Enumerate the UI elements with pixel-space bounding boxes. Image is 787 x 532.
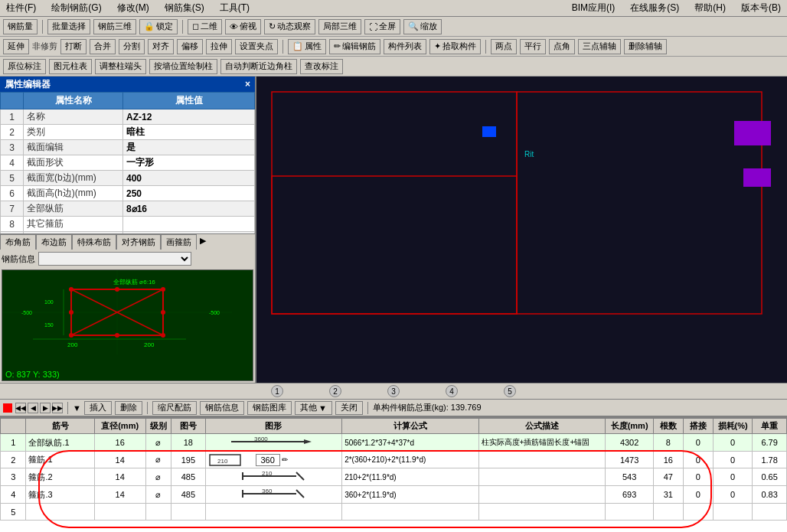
btn-delete[interactable]: 删除 (115, 401, 142, 415)
cell-shape[interactable]: 210✏ (205, 452, 341, 468)
btn-lock[interactable]: 🔒 锁定 (139, 19, 178, 34)
btn-scale-rebar[interactable]: 缩尺配筋 (152, 401, 197, 415)
btn-rebar-3d[interactable]: 钢筋三维 (93, 19, 136, 34)
btn-property[interactable]: 📋 属性 (288, 39, 326, 54)
btn-rebar-quantity[interactable]: 钢筋量 (3, 19, 38, 34)
row2-shape-input[interactable] (256, 454, 280, 466)
btn-parallel[interactable]: 平行 (520, 39, 546, 54)
tab-draw-stirrup[interactable]: 画箍筋 (161, 234, 197, 250)
nav-circle-3[interactable]: 3 (387, 385, 400, 397)
tab-edge-rebar[interactable]: 布边筋 (36, 234, 72, 250)
btn-rebar-lib[interactable]: 钢筋图库 (247, 401, 292, 415)
cad-drawing-area[interactable]: Rit (256, 77, 787, 383)
nav-first[interactable]: ◀◀ (15, 403, 26, 413)
data-table: 筋号 直径(mm) 级别 图号 图形 计算公式 公式描述 长度(mm) 根数 搭… (0, 418, 787, 521)
prop-row-value[interactable]: 250 (123, 186, 255, 201)
property-scroll[interactable]: 属性名称 属性值 1 名称 AZ-12 2 类别 暗柱 3 截面编辑 是 4 截… (0, 92, 255, 233)
prop-row-value[interactable]: 是 (123, 140, 255, 155)
btn-two-point[interactable]: 两点 (491, 39, 517, 54)
row2-edit-icon[interactable]: ✏ (282, 455, 288, 464)
tab-special-rebar[interactable]: 特殊布筋 (72, 234, 116, 250)
prop-row-num: 6 (1, 186, 24, 201)
sep-s3 (367, 402, 368, 414)
btn-delete-aux[interactable]: 删除辅轴 (624, 39, 667, 54)
btn-others[interactable]: 其他 ▼ (295, 401, 332, 415)
btn-draw-column[interactable]: 按墙位置绘制柱 (149, 59, 217, 74)
menu-item-columns[interactable]: 柱件(F) (3, 0, 39, 16)
btn-stretch[interactable]: 拉伸 (206, 39, 232, 54)
svg-point-11 (69, 287, 73, 292)
btn-offset[interactable]: 偏移 (177, 39, 203, 54)
btn-auto-corner[interactable]: 自动判断近边角柱 (220, 59, 297, 74)
menu-item-modify[interactable]: 修改(M) (114, 0, 152, 16)
btn-zoom[interactable]: 🔍 缩放 (403, 19, 442, 34)
cell-description (478, 504, 606, 521)
btn-merge[interactable]: 合并 (90, 39, 116, 54)
menu-item-tools[interactable]: 工具(T) (217, 0, 253, 16)
btn-pick-member[interactable]: ✦ 拾取构件 (429, 39, 481, 54)
btn-three-point[interactable]: 三点辅轴 (578, 39, 621, 54)
rebar-info-select[interactable] (38, 252, 191, 266)
prop-row-value[interactable]: 一字形 (123, 155, 255, 171)
th-unit-wt: 单重 (753, 419, 787, 434)
btn-2d[interactable]: ◻ 二维 (188, 19, 222, 34)
prop-row-value[interactable] (123, 217, 255, 232)
menu-item-online[interactable]: 在线服务(S) (627, 0, 682, 16)
main-layout: 属性编辑器 × 属性名称 属性值 1 名称 AZ-12 2 类别 暗柱 (0, 77, 787, 383)
nav-circle-2[interactable]: 2 (329, 385, 341, 397)
th-rebar-id: 筋号 (26, 419, 94, 434)
btn-insert[interactable]: 插入 (84, 401, 112, 415)
btn-adjust-end[interactable]: 调整柱端头 (95, 59, 146, 74)
btn-close[interactable]: 关闭 (335, 401, 363, 415)
btn-view[interactable]: 👁 俯视 (225, 19, 261, 34)
property-row: 8 其它箍筋 (1, 217, 255, 232)
btn-column-table[interactable]: 图元柱表 (49, 59, 92, 74)
btn-split[interactable]: 分割 (119, 39, 145, 54)
btn-member-list[interactable]: 构件列表 (384, 39, 426, 54)
nav-circle-4[interactable]: 4 (446, 385, 458, 397)
sep3 (282, 40, 283, 54)
cell-fig-num: 18 (171, 434, 206, 452)
cell-unit-wt: 0.65 (753, 468, 787, 486)
btn-point-angle[interactable]: 点角 (549, 39, 575, 54)
nav-prev[interactable]: ◀ (28, 403, 38, 413)
prop-row-value[interactable]: 400 (123, 171, 255, 186)
cell-description (478, 452, 606, 468)
prop-row-value[interactable]: AZ-12 (123, 109, 255, 125)
nav-circle-5[interactable]: 5 (504, 385, 516, 397)
canvas-coords: O: 837 Y: 333) (5, 370, 60, 379)
menu-item-help[interactable]: 帮助(H) (691, 0, 729, 16)
btn-modify-mark[interactable]: 查改标注 (300, 59, 343, 74)
cell-length: 543 (606, 468, 653, 486)
tab-more-btn[interactable]: ▶ (197, 234, 209, 250)
btn-align[interactable]: 对齐 (148, 39, 174, 54)
btn-set-grip[interactable]: 设置夹点 (235, 39, 278, 54)
left-panel: 属性编辑器 × 属性名称 属性值 1 名称 AZ-12 2 类别 暗柱 (0, 77, 256, 383)
btn-rebar-info[interactable]: 钢筋信息 (200, 401, 244, 415)
btn-local-3d[interactable]: 局部三维 (318, 19, 361, 34)
panel-title-bar: 属性编辑器 × (0, 77, 255, 92)
menu-item-rebar-set[interactable]: 钢筋集(S) (162, 0, 207, 16)
btn-dynamic-observe[interactable]: ↻ 动态观察 (264, 19, 315, 34)
nav-last[interactable]: ▶▶ (52, 403, 63, 413)
btn-extend[interactable]: 延伸 (3, 39, 29, 54)
btn-in-situ-mark[interactable]: 原位标注 (3, 59, 46, 74)
tab-align-rebar[interactable]: 对齐钢筋 (116, 234, 161, 250)
nav-next[interactable]: ▶ (40, 403, 51, 413)
tab-corner-rebar[interactable]: 布角筋 (0, 234, 36, 250)
panel-close-btn[interactable]: × (245, 79, 250, 90)
svg-point-14 (69, 310, 73, 315)
nav-circle-1[interactable]: 1 (271, 385, 283, 397)
btn-edit-rebar[interactable]: ✏ 编辑钢筋 (329, 39, 380, 54)
prop-row-value[interactable]: 8⌀16 (123, 201, 255, 217)
btn-break[interactable]: 打断 (60, 39, 87, 54)
menu-item-draw-rebar[interactable]: 绘制钢筋(G) (48, 0, 104, 16)
menu-item-version[interactable]: 版本号(B) (738, 0, 784, 16)
svg-text:210: 210 (217, 458, 228, 465)
svg-text:Rit: Rit (524, 150, 534, 158)
menu-item-bim[interactable]: BIM应用(I) (569, 0, 619, 16)
prop-row-value[interactable]: 暗柱 (123, 125, 255, 140)
btn-fullscreen[interactable]: ⛶ 全屏 (364, 19, 400, 34)
btn-batch-select[interactable]: 批量选择 (47, 19, 90, 34)
property-row: 7 全部纵筋 8⌀16 (1, 201, 255, 217)
